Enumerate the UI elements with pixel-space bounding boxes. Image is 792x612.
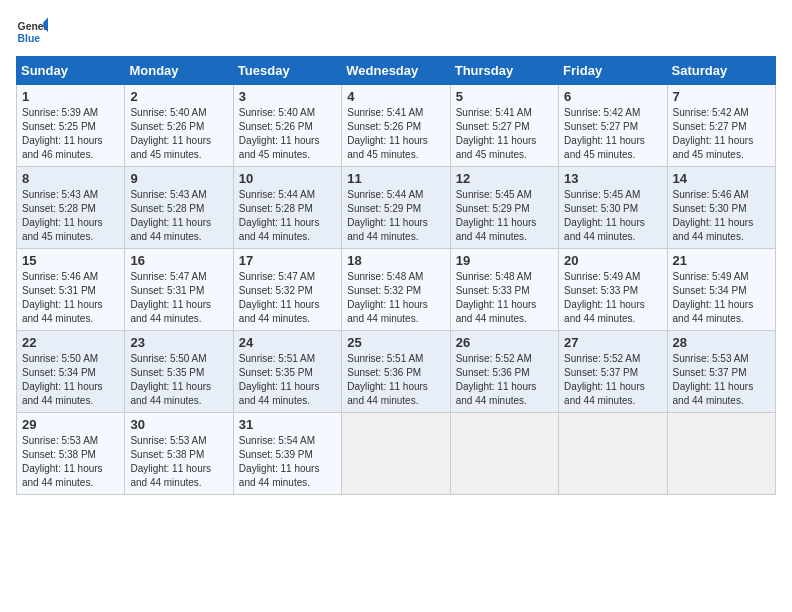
calendar-cell-31: 31Sunrise: 5:54 AMSunset: 5:39 PMDayligh…: [233, 413, 341, 495]
day-info: Sunrise: 5:49 AMSunset: 5:33 PMDaylight:…: [564, 270, 661, 326]
calendar-cell-5: 5Sunrise: 5:41 AMSunset: 5:27 PMDaylight…: [450, 85, 558, 167]
calendar-cell-26: 26Sunrise: 5:52 AMSunset: 5:36 PMDayligh…: [450, 331, 558, 413]
day-number: 11: [347, 171, 444, 186]
day-number: 5: [456, 89, 553, 104]
calendar-cell-21: 21Sunrise: 5:49 AMSunset: 5:34 PMDayligh…: [667, 249, 775, 331]
svg-text:Blue: Blue: [18, 33, 41, 44]
day-info: Sunrise: 5:51 AMSunset: 5:35 PMDaylight:…: [239, 352, 336, 408]
day-number: 31: [239, 417, 336, 432]
day-info: Sunrise: 5:47 AMSunset: 5:32 PMDaylight:…: [239, 270, 336, 326]
day-number: 19: [456, 253, 553, 268]
day-number: 2: [130, 89, 227, 104]
day-info: Sunrise: 5:44 AMSunset: 5:29 PMDaylight:…: [347, 188, 444, 244]
calendar-cell-empty: [450, 413, 558, 495]
calendar-cell-14: 14Sunrise: 5:46 AMSunset: 5:30 PMDayligh…: [667, 167, 775, 249]
header-sunday: Sunday: [17, 57, 125, 85]
day-number: 29: [22, 417, 119, 432]
calendar-cell-15: 15Sunrise: 5:46 AMSunset: 5:31 PMDayligh…: [17, 249, 125, 331]
calendar-cell-8: 8Sunrise: 5:43 AMSunset: 5:28 PMDaylight…: [17, 167, 125, 249]
day-info: Sunrise: 5:42 AMSunset: 5:27 PMDaylight:…: [564, 106, 661, 162]
day-info: Sunrise: 5:45 AMSunset: 5:30 PMDaylight:…: [564, 188, 661, 244]
logo-icon: General Blue: [16, 16, 48, 48]
calendar-cell-empty: [342, 413, 450, 495]
page-header: General Blue: [16, 16, 776, 48]
calendar-cell-18: 18Sunrise: 5:48 AMSunset: 5:32 PMDayligh…: [342, 249, 450, 331]
header-friday: Friday: [559, 57, 667, 85]
day-number: 23: [130, 335, 227, 350]
day-number: 30: [130, 417, 227, 432]
calendar-cell-2: 2Sunrise: 5:40 AMSunset: 5:26 PMDaylight…: [125, 85, 233, 167]
day-info: Sunrise: 5:42 AMSunset: 5:27 PMDaylight:…: [673, 106, 770, 162]
calendar-cell-19: 19Sunrise: 5:48 AMSunset: 5:33 PMDayligh…: [450, 249, 558, 331]
calendar-cell-3: 3Sunrise: 5:40 AMSunset: 5:26 PMDaylight…: [233, 85, 341, 167]
day-number: 26: [456, 335, 553, 350]
calendar-cell-27: 27Sunrise: 5:52 AMSunset: 5:37 PMDayligh…: [559, 331, 667, 413]
day-info: Sunrise: 5:40 AMSunset: 5:26 PMDaylight:…: [130, 106, 227, 162]
day-info: Sunrise: 5:53 AMSunset: 5:38 PMDaylight:…: [130, 434, 227, 490]
calendar-cell-4: 4Sunrise: 5:41 AMSunset: 5:26 PMDaylight…: [342, 85, 450, 167]
calendar-cell-17: 17Sunrise: 5:47 AMSunset: 5:32 PMDayligh…: [233, 249, 341, 331]
calendar-cell-22: 22Sunrise: 5:50 AMSunset: 5:34 PMDayligh…: [17, 331, 125, 413]
calendar-cell-30: 30Sunrise: 5:53 AMSunset: 5:38 PMDayligh…: [125, 413, 233, 495]
header-saturday: Saturday: [667, 57, 775, 85]
day-info: Sunrise: 5:48 AMSunset: 5:32 PMDaylight:…: [347, 270, 444, 326]
day-number: 12: [456, 171, 553, 186]
calendar-cell-1: 1Sunrise: 5:39 AMSunset: 5:25 PMDaylight…: [17, 85, 125, 167]
day-info: Sunrise: 5:52 AMSunset: 5:37 PMDaylight:…: [564, 352, 661, 408]
calendar-cell-25: 25Sunrise: 5:51 AMSunset: 5:36 PMDayligh…: [342, 331, 450, 413]
day-info: Sunrise: 5:53 AMSunset: 5:37 PMDaylight:…: [673, 352, 770, 408]
calendar-week-1: 1Sunrise: 5:39 AMSunset: 5:25 PMDaylight…: [17, 85, 776, 167]
calendar-week-4: 22Sunrise: 5:50 AMSunset: 5:34 PMDayligh…: [17, 331, 776, 413]
day-info: Sunrise: 5:41 AMSunset: 5:27 PMDaylight:…: [456, 106, 553, 162]
day-info: Sunrise: 5:47 AMSunset: 5:31 PMDaylight:…: [130, 270, 227, 326]
day-info: Sunrise: 5:52 AMSunset: 5:36 PMDaylight:…: [456, 352, 553, 408]
calendar-cell-29: 29Sunrise: 5:53 AMSunset: 5:38 PMDayligh…: [17, 413, 125, 495]
header-wednesday: Wednesday: [342, 57, 450, 85]
day-info: Sunrise: 5:44 AMSunset: 5:28 PMDaylight:…: [239, 188, 336, 244]
day-number: 9: [130, 171, 227, 186]
calendar-cell-empty: [559, 413, 667, 495]
day-number: 22: [22, 335, 119, 350]
day-number: 25: [347, 335, 444, 350]
calendar-cell-empty: [667, 413, 775, 495]
day-number: 10: [239, 171, 336, 186]
day-info: Sunrise: 5:48 AMSunset: 5:33 PMDaylight:…: [456, 270, 553, 326]
day-info: Sunrise: 5:43 AMSunset: 5:28 PMDaylight:…: [22, 188, 119, 244]
calendar-cell-7: 7Sunrise: 5:42 AMSunset: 5:27 PMDaylight…: [667, 85, 775, 167]
day-number: 13: [564, 171, 661, 186]
day-info: Sunrise: 5:50 AMSunset: 5:35 PMDaylight:…: [130, 352, 227, 408]
day-info: Sunrise: 5:43 AMSunset: 5:28 PMDaylight:…: [130, 188, 227, 244]
day-number: 15: [22, 253, 119, 268]
header-tuesday: Tuesday: [233, 57, 341, 85]
day-number: 20: [564, 253, 661, 268]
day-number: 1: [22, 89, 119, 104]
day-info: Sunrise: 5:46 AMSunset: 5:30 PMDaylight:…: [673, 188, 770, 244]
calendar-cell-28: 28Sunrise: 5:53 AMSunset: 5:37 PMDayligh…: [667, 331, 775, 413]
day-info: Sunrise: 5:49 AMSunset: 5:34 PMDaylight:…: [673, 270, 770, 326]
calendar-cell-12: 12Sunrise: 5:45 AMSunset: 5:29 PMDayligh…: [450, 167, 558, 249]
day-number: 6: [564, 89, 661, 104]
day-number: 17: [239, 253, 336, 268]
calendar-cell-9: 9Sunrise: 5:43 AMSunset: 5:28 PMDaylight…: [125, 167, 233, 249]
calendar-cell-6: 6Sunrise: 5:42 AMSunset: 5:27 PMDaylight…: [559, 85, 667, 167]
day-number: 8: [22, 171, 119, 186]
calendar-cell-16: 16Sunrise: 5:47 AMSunset: 5:31 PMDayligh…: [125, 249, 233, 331]
day-info: Sunrise: 5:53 AMSunset: 5:38 PMDaylight:…: [22, 434, 119, 490]
calendar-cell-13: 13Sunrise: 5:45 AMSunset: 5:30 PMDayligh…: [559, 167, 667, 249]
day-number: 27: [564, 335, 661, 350]
logo: General Blue: [16, 16, 48, 48]
day-info: Sunrise: 5:40 AMSunset: 5:26 PMDaylight:…: [239, 106, 336, 162]
day-info: Sunrise: 5:46 AMSunset: 5:31 PMDaylight:…: [22, 270, 119, 326]
calendar-week-3: 15Sunrise: 5:46 AMSunset: 5:31 PMDayligh…: [17, 249, 776, 331]
day-number: 24: [239, 335, 336, 350]
day-info: Sunrise: 5:54 AMSunset: 5:39 PMDaylight:…: [239, 434, 336, 490]
day-info: Sunrise: 5:45 AMSunset: 5:29 PMDaylight:…: [456, 188, 553, 244]
day-info: Sunrise: 5:51 AMSunset: 5:36 PMDaylight:…: [347, 352, 444, 408]
day-info: Sunrise: 5:39 AMSunset: 5:25 PMDaylight:…: [22, 106, 119, 162]
calendar-cell-23: 23Sunrise: 5:50 AMSunset: 5:35 PMDayligh…: [125, 331, 233, 413]
calendar-week-2: 8Sunrise: 5:43 AMSunset: 5:28 PMDaylight…: [17, 167, 776, 249]
calendar-cell-20: 20Sunrise: 5:49 AMSunset: 5:33 PMDayligh…: [559, 249, 667, 331]
day-info: Sunrise: 5:50 AMSunset: 5:34 PMDaylight:…: [22, 352, 119, 408]
day-number: 14: [673, 171, 770, 186]
header-monday: Monday: [125, 57, 233, 85]
